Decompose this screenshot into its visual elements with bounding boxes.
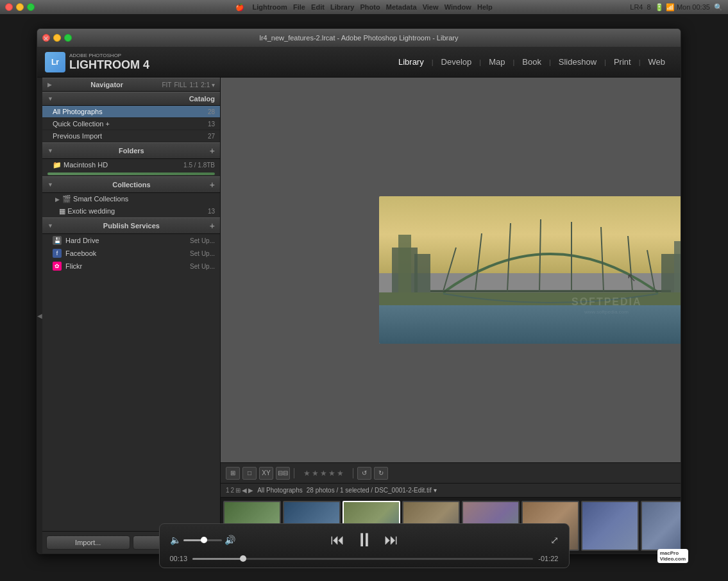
next-button[interactable]: ▶ — [248, 487, 253, 494]
nav-1to1-btn[interactable]: 1:1 — [189, 81, 198, 88]
nav-item-web[interactable]: Web — [641, 55, 673, 69]
nav-item-map[interactable]: Map — [481, 55, 512, 69]
navigator-controls: FIT FILL 1:1 2:1 ▾ — [162, 81, 215, 88]
adobe-label: ADOBE PHOTOSHOP — [69, 53, 149, 58]
volume-fill — [183, 539, 203, 541]
nav-item-print[interactable]: Print — [606, 55, 639, 69]
nav-2to1-btn[interactable]: 2:1 ▾ — [201, 81, 215, 88]
progress-thumb[interactable] — [240, 555, 246, 562]
skip-forward-button[interactable]: ⏭ — [384, 532, 398, 548]
nav-item-slideshow[interactable]: Slideshow — [551, 55, 604, 69]
add-service-button[interactable]: + — [210, 221, 215, 231]
service-facebook[interactable]: f Facebook Set Up... — [42, 247, 220, 260]
compare-view-button[interactable]: XY — [259, 467, 273, 480]
collections-panel-header[interactable]: ▼ Collections + — [42, 176, 220, 193]
service-flickr[interactable]: ✿ Flickr Set Up... — [42, 260, 220, 273]
progress-row: 00:13 -01:22 — [170, 555, 559, 562]
app-window: ✕ lr4_new_features-2.lrcat - Adobe Photo… — [37, 28, 681, 554]
catalog-item-count: 13 — [208, 121, 215, 128]
folders-panel-header[interactable]: ▼ Folders + — [42, 142, 220, 159]
service-name: ✿ Flickr — [53, 262, 82, 271]
rotate-right-button[interactable]: ↻ — [374, 467, 388, 480]
os-title: 🍎 Lightroom File Edit Library Photo Meta… — [235, 3, 493, 12]
service-setup[interactable]: Set Up... — [190, 237, 215, 244]
thumb-8[interactable] — [641, 501, 681, 551]
collection-smart[interactable]: ▶ 🎬 Smart Collections — [42, 193, 220, 205]
grid-icon[interactable]: ⊞ — [235, 487, 241, 494]
close-button[interactable] — [5, 3, 13, 11]
progress-bar[interactable] — [192, 558, 533, 560]
add-folder-button[interactable]: + — [210, 146, 215, 156]
rotate-left-button[interactable]: ↺ — [357, 467, 371, 480]
cursor-indicator: ↖ — [627, 271, 636, 285]
video-controls-row: 🔈 🔊 ⏮ ⏸ ⏭ ⤢ — [170, 529, 559, 551]
volume-up-icon[interactable]: 🔊 — [224, 535, 235, 545]
add-collection-button[interactable]: + — [210, 180, 215, 190]
catalog-previous-import[interactable]: Previous Import 27 — [42, 130, 220, 142]
volume-icon[interactable]: 🔈 — [170, 535, 181, 545]
nav-item-library[interactable]: Library — [391, 55, 432, 69]
app-titlebar: ✕ lr4_new_features-2.lrcat - Adobe Photo… — [37, 29, 681, 47]
facebook-icon: f — [53, 249, 62, 258]
app-close-button[interactable]: ✕ — [42, 34, 50, 42]
survey-view-button[interactable]: ⊟⊟ — [276, 467, 290, 480]
main-photo: SOFTPEDIA www.softpedia.com ↖ — [379, 196, 682, 344]
publish-services-panel-header[interactable]: ▼ Publish Services + — [42, 217, 220, 234]
skip-back-button[interactable]: ⏮ — [330, 532, 344, 548]
toolbar-separator — [294, 468, 294, 478]
folder-info: 1.5 / 1.8TB — [183, 162, 215, 169]
photo-view[interactable]: SOFTPEDIA www.softpedia.com ↖ — [221, 78, 681, 462]
service-hard-drive[interactable]: 💾 Hard Drive Set Up... — [42, 234, 220, 247]
catalog-all-photographs[interactable]: All Photographs 28 — [42, 106, 220, 118]
collection-name: ▦ Exotic wedding — [55, 207, 115, 215]
window-controls — [5, 3, 35, 11]
publish-services-title: Publish Services — [103, 222, 160, 230]
minimize-button[interactable] — [16, 3, 24, 11]
volume-slider[interactable] — [183, 539, 222, 541]
lightroom-label: LIGHTROOM 4 — [69, 58, 149, 71]
nav-item-develop[interactable]: Develop — [434, 55, 480, 69]
volume-thumb[interactable] — [201, 537, 207, 543]
catalog-item-name: Quick Collection + — [53, 120, 110, 128]
app-window-title: lr4_new_features-2.lrcat - Adobe Photosh… — [259, 34, 458, 42]
folder-item-macintosh[interactable]: 📁 Macintosh HD 1.5 / 1.8TB — [42, 159, 220, 171]
svg-text:SOFTPEDIA: SOFTPEDIA — [571, 296, 642, 307]
sidebar-left: ▶ Navigator FIT FILL 1:1 2:1 ▾ ▼ Catalog… — [42, 78, 221, 553]
nav-fill-btn[interactable]: FILL — [174, 81, 187, 88]
lr-badge: Lr — [45, 52, 65, 72]
page-num-1[interactable]: 1 — [226, 487, 230, 494]
time-remaining: -01:22 — [538, 555, 558, 562]
fullscreen-button[interactable]: ⤢ — [550, 534, 559, 546]
maximize-button[interactable] — [27, 3, 35, 11]
catalog-title: Catalog — [189, 95, 215, 103]
pause-button[interactable]: ⏸ — [355, 529, 374, 551]
app-maximize-button[interactable] — [64, 34, 72, 42]
service-setup[interactable]: Set Up... — [190, 250, 215, 257]
svg-rect-16 — [674, 241, 682, 292]
service-name: f Facebook — [53, 249, 96, 258]
catalog-item-count: 27 — [208, 133, 215, 140]
collection-count: 13 — [208, 208, 215, 215]
collection-exotic-wedding[interactable]: ▦ Exotic wedding 13 — [42, 205, 220, 217]
catalog-panel-header[interactable]: ▼ Catalog — [42, 92, 220, 106]
loupe-view-button[interactable]: □ — [242, 467, 257, 480]
grid-view-button[interactable]: ⊞ — [226, 467, 240, 480]
service-setup[interactable]: Set Up... — [190, 263, 215, 270]
page-num-2[interactable]: 2 — [231, 487, 235, 494]
prev-button[interactable]: ◀ — [242, 487, 247, 494]
left-panel-toggle[interactable]: ◀ — [37, 78, 42, 553]
os-status: LR4 8 🔋 📶 Mon 00:35 🔍 — [630, 3, 723, 12]
filmstrip-path: All Photographs — [257, 487, 303, 494]
nav-fit-btn[interactable]: FIT — [162, 81, 171, 88]
catalog-quick-collection[interactable]: Quick Collection + 13 — [42, 118, 220, 130]
filmstrip-photo-info: 28 photos / 1 selected / DSC_0001-2-Edit… — [307, 487, 437, 494]
app-minimize-button[interactable] — [53, 34, 61, 42]
os-menubar: 🍎 Lightroom File Edit Library Photo Meta… — [0, 0, 728, 14]
time-current: 00:13 — [170, 555, 188, 562]
import-button[interactable]: Import... — [46, 535, 130, 550]
thumb-7[interactable] — [581, 501, 639, 551]
nav-item-book[interactable]: Book — [514, 55, 549, 69]
navigator-panel-header[interactable]: ▶ Navigator FIT FILL 1:1 2:1 ▾ — [42, 78, 220, 92]
video-player: 🔈 🔊 ⏮ ⏸ ⏭ ⤢ 00:13 -01:22 — [159, 523, 570, 568]
svg-rect-5 — [414, 254, 430, 292]
